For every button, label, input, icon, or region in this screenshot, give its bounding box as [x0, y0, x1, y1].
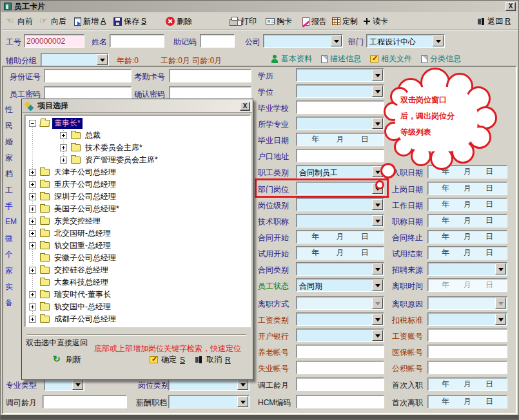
combo-field[interactable]	[296, 312, 384, 326]
dropdown-button[interactable]	[372, 314, 383, 325]
expand-plus-icon[interactable]	[60, 157, 67, 164]
tree-item[interactable]: 轨交国重-总经理	[29, 240, 113, 252]
text-field[interactable]	[44, 86, 132, 100]
dropdown-button[interactable]	[433, 35, 444, 46]
tree-item[interactable]: 重庆子公司总经理	[29, 178, 118, 191]
close-button[interactable]: X	[505, 2, 516, 11]
dropdown-button[interactable]	[72, 379, 83, 390]
combo-field[interactable]	[296, 198, 384, 211]
combo-field[interactable]	[263, 34, 343, 48]
combo-field[interactable]	[427, 296, 507, 310]
combo-field[interactable]	[296, 262, 384, 276]
cancel-button[interactable]: 取消R	[195, 354, 231, 365]
dropdown-button[interactable]	[495, 314, 506, 325]
date-field[interactable]: 年月日	[427, 214, 507, 227]
expand-plus-icon[interactable]	[29, 218, 36, 225]
dropdown-button[interactable]	[372, 199, 383, 210]
text-field[interactable]	[427, 329, 507, 342]
date-field[interactable]: 年月日	[427, 198, 507, 211]
expand-plus-icon[interactable]	[60, 132, 67, 139]
tree-item[interactable]: 总裁	[60, 129, 103, 142]
toolbar-back[interactable]: 向前	[6, 16, 33, 27]
combo-field[interactable]	[296, 214, 384, 227]
text-field[interactable]	[296, 100, 384, 114]
tree-item[interactable]: 大象科技总经理	[29, 276, 110, 289]
combo-field[interactable]	[296, 68, 384, 82]
date-field[interactable]: 年月日	[427, 246, 507, 260]
combo-field[interactable]	[168, 395, 250, 408]
expand-plus-icon[interactable]	[29, 181, 36, 188]
tree-item[interactable]: 瑞安时代-董事长	[29, 289, 113, 301]
text-field[interactable]	[200, 34, 235, 48]
dropdown-button[interactable]	[372, 86, 383, 97]
refresh-button[interactable]: 刷新	[53, 354, 81, 365]
dropdown-button[interactable]	[372, 263, 383, 274]
toolbar-report[interactable]: 报告	[302, 16, 327, 27]
text-field[interactable]	[110, 34, 164, 48]
tree-item[interactable]: 北交国研-总经理	[29, 227, 113, 240]
expand-plus-icon[interactable]	[29, 193, 36, 200]
dropdown-button[interactable]	[372, 330, 383, 341]
combo-field[interactable]: 合同期	[296, 278, 384, 292]
dropdown-button[interactable]	[495, 298, 506, 309]
tree-item[interactable]: 轨交国中-总经理	[29, 301, 113, 313]
date-field[interactable]: 年月日	[427, 377, 507, 391]
dropdown-button[interactable]	[495, 263, 506, 274]
text-field[interactable]	[296, 345, 384, 358]
text-field[interactable]	[169, 69, 251, 82]
dropdown-button[interactable]	[372, 70, 383, 81]
toolbar-new[interactable]: 新增A	[74, 16, 106, 27]
dropdown-button[interactable]	[372, 298, 383, 309]
combo-field[interactable]	[427, 262, 507, 276]
toolbar-badge[interactable]: 胸卡	[266, 16, 292, 27]
dropdown-button[interactable]	[97, 54, 108, 65]
text-field[interactable]	[427, 345, 507, 358]
tab-related-files[interactable]: 相关文件	[370, 53, 412, 64]
aux-group-combo[interactable]	[41, 53, 109, 66]
toolbar-save[interactable]: 保存S	[113, 16, 146, 27]
combo-field[interactable]	[427, 312, 507, 326]
expand-plus-icon[interactable]	[29, 242, 36, 249]
toolbar-return[interactable]: 返回R	[477, 16, 511, 27]
toolbar-readcard[interactable]: 读卡	[363, 16, 388, 27]
expand-plus-icon[interactable]	[29, 230, 36, 237]
collapse-minus-icon[interactable]	[29, 120, 36, 127]
toolbar-customize[interactable]: 定制	[332, 16, 358, 27]
combo-field[interactable]: 合同制员工	[296, 165, 384, 178]
dropdown-button[interactable]	[372, 280, 383, 291]
toolbar-forward[interactable]: 向后	[39, 16, 66, 27]
expand-plus-icon[interactable]	[29, 303, 36, 310]
combo-field[interactable]	[296, 329, 384, 342]
date-field[interactable]: 年月日	[427, 395, 507, 408]
text-field[interactable]	[44, 69, 132, 82]
tab-category[interactable]: 分类信息	[421, 53, 461, 64]
toolbar-print[interactable]: 打印	[230, 16, 257, 27]
text-field[interactable]	[296, 149, 384, 162]
tab-description[interactable]: 描述信息	[321, 53, 361, 64]
text-field[interactable]	[296, 377, 384, 391]
expand-plus-icon[interactable]	[29, 205, 36, 213]
expand-plus-icon[interactable]	[60, 144, 67, 151]
expand-plus-icon[interactable]	[29, 291, 36, 298]
tree-item[interactable]: 资产管理委员会主席*	[60, 154, 160, 166]
tree-item[interactable]: 深圳子公司总经理	[29, 191, 118, 203]
date-field[interactable]: 年月日	[427, 278, 507, 292]
expand-plus-icon[interactable]	[29, 169, 36, 176]
combo-field[interactable]	[296, 117, 384, 130]
toolbar-delete[interactable]: 删除	[166, 16, 192, 27]
tree-item[interactable]: 安徽子公司总经理	[29, 252, 118, 264]
tree-item[interactable]: 天津子公司总经理	[29, 166, 118, 178]
expand-plus-icon[interactable]	[29, 316, 36, 323]
dropdown-button[interactable]	[237, 396, 248, 407]
combo-field[interactable]: 工程设计中心	[366, 34, 445, 48]
text-field[interactable]	[296, 395, 384, 408]
date-field[interactable]: 年月日	[427, 230, 507, 243]
tree-item[interactable]: 成都子公司总经理	[29, 313, 118, 325]
tree-item[interactable]: 技术委员会主席*	[60, 142, 144, 154]
dropdown-button[interactable]	[331, 35, 342, 46]
text-field[interactable]	[43, 395, 127, 408]
dialog-close-button[interactable]: X	[240, 102, 250, 111]
text-field[interactable]	[169, 86, 251, 100]
date-field[interactable]: 年月日	[296, 246, 384, 260]
date-field[interactable]: 年月日	[296, 133, 384, 146]
